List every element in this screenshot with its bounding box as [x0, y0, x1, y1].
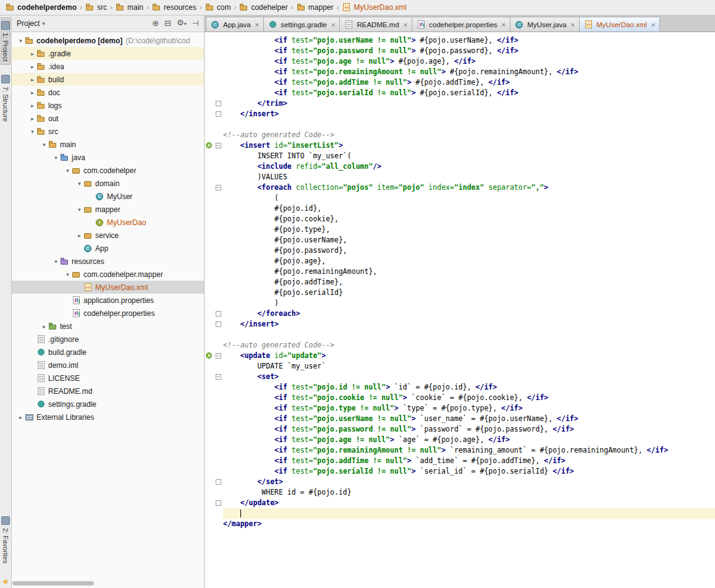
toolwindow-button-7-structure[interactable]: 7: Structure	[1, 71, 11, 126]
tree-collapsed-arrow-icon[interactable]: ▸	[28, 103, 36, 109]
tree-collapsed-arrow-icon[interactable]: ▸	[17, 414, 25, 420]
breadcrumb-mapper[interactable]: mapper	[295, 1, 336, 14]
fold-end-icon[interactable]	[216, 101, 221, 106]
tree-collapsed-arrow-icon[interactable]: ▸	[28, 90, 36, 96]
tree-item-resources[interactable]: ▾resources	[12, 255, 204, 268]
tab-app-java[interactable]: App.java×	[206, 17, 264, 32]
mybatis-statement-icon[interactable]	[206, 352, 212, 359]
tab-myuserdao-xml[interactable]: MyUserDao.xml×	[579, 17, 660, 32]
hscrollbar-thumb[interactable]	[12, 581, 94, 586]
tree-item-license[interactable]: LICENSE	[12, 372, 204, 385]
tree-collapsed-arrow-icon[interactable]: ▸	[75, 232, 83, 239]
project-tree-hscrollbar[interactable]	[12, 581, 204, 586]
tree-item-src[interactable]: ▾src	[12, 125, 204, 138]
tree-expanded-arrow-icon[interactable]: ▾	[64, 168, 72, 174]
tree-item-myuserdao[interactable]: MyUserDao	[12, 216, 204, 229]
tree-item-com-codehelper-mapper[interactable]: ▾com.codehelper.mapper	[12, 268, 204, 281]
collapse-all-icon[interactable]: ⊟	[164, 19, 171, 28]
code-token: id=	[270, 351, 287, 360]
tree-expanded-arrow-icon[interactable]: ▾	[28, 129, 36, 135]
tree-expanded-arrow-icon[interactable]: ▾	[40, 142, 48, 148]
tab-myuser-java[interactable]: MyUser.java×	[510, 17, 580, 32]
tree-collapsed-arrow-icon[interactable]: ▸	[28, 116, 36, 122]
fold-collapse-icon[interactable]: −	[216, 143, 221, 148]
tree-expanded-arrow-icon[interactable]: ▾	[52, 155, 60, 161]
tree-item-domain[interactable]: ▾domain	[12, 177, 204, 190]
tree-expanded-arrow-icon[interactable]: ▾	[75, 181, 83, 187]
tree-item-test[interactable]: ▸test	[12, 320, 204, 333]
tab-codehelper-properties[interactable]: codehelper.properties×	[412, 17, 510, 32]
tree-item-build-gradle[interactable]: build.gradle	[12, 346, 204, 359]
fold-end-icon[interactable]	[216, 322, 221, 327]
tree-item-myuserdao-xml[interactable]: MyUserDao.xml	[12, 281, 204, 294]
fold-end-icon[interactable]	[216, 479, 221, 485]
tree-item-idea[interactable]: ▸.idea	[12, 60, 204, 73]
code-token: test=	[287, 36, 313, 45]
breadcrumb-main[interactable]: main	[114, 1, 145, 14]
fold-end-icon[interactable]	[216, 111, 221, 117]
code-token: <update	[240, 351, 270, 360]
tree-item-settings-gradle[interactable]: settings.gradle	[12, 398, 204, 411]
tree-item-build[interactable]: ▸build	[12, 73, 204, 86]
tree-item-codehelperdemo-demo[interactable]: ▾codehelperdemo [demo](D:\code\github\co…	[12, 34, 204, 47]
tree-item-service[interactable]: ▸service	[12, 229, 204, 242]
breadcrumb-com[interactable]: com	[203, 1, 233, 14]
tree-expanded-arrow-icon[interactable]: ▾	[52, 258, 60, 265]
tab-close-icon[interactable]: ×	[502, 22, 506, 28]
tree-item-main[interactable]: ▾main	[12, 138, 204, 151]
tree-collapsed-arrow-icon[interactable]: ▸	[40, 323, 48, 330]
project-view-selector[interactable]: Project ▾	[17, 19, 45, 28]
tab-close-icon[interactable]: ×	[651, 22, 655, 28]
tab-close-icon[interactable]: ×	[404, 22, 407, 28]
tree-item-demo-iml[interactable]: demo.iml	[12, 359, 204, 372]
tree-item-app[interactable]: App	[12, 242, 204, 255]
tree-item-readme-md[interactable]: README.md	[12, 385, 204, 398]
tree-item-label: build	[48, 75, 64, 84]
fold-collapse-icon[interactable]: −	[216, 185, 221, 190]
fold-collapse-icon[interactable]: −	[216, 353, 221, 359]
breadcrumb-codehelper[interactable]: codehelper	[237, 1, 289, 14]
tab-settings-gradle[interactable]: settings.gradle×	[263, 17, 340, 32]
tree-item-doc[interactable]: ▸doc	[12, 86, 204, 99]
tree-expanded-arrow-icon[interactable]: ▾	[17, 38, 25, 44]
fold-end-icon[interactable]	[216, 311, 221, 317]
fold-end-icon[interactable]	[216, 500, 221, 506]
tab-close-icon[interactable]: ×	[255, 22, 259, 28]
toolwindow-button-2-favorites[interactable]: 2: Favorites	[1, 513, 11, 567]
tree-collapsed-arrow-icon[interactable]: ▸	[28, 51, 36, 57]
settings-gear-icon[interactable]: ⚙▾	[177, 19, 187, 28]
breadcrumb-codehelperdemo[interactable]: codehelperdemo	[4, 1, 78, 14]
tab-readme-md[interactable]: README.md×	[339, 17, 412, 32]
tree-item-com-codehelper[interactable]: ▾com.codehelper	[12, 164, 204, 177]
gutter-fold-cell: −	[214, 351, 223, 361]
tree-item-gradle[interactable]: ▸.gradle	[12, 47, 204, 60]
code-line: <if test="pojo.userName != null"> `user_…	[205, 414, 715, 424]
breadcrumb-src[interactable]: src	[83, 1, 109, 14]
fold-collapse-icon[interactable]: −	[216, 374, 221, 380]
scroll-from-source-icon[interactable]: ⊕	[152, 19, 159, 28]
tree-collapsed-arrow-icon[interactable]: ▸	[28, 64, 36, 70]
tree-item-mapper[interactable]: ▾mapper	[12, 203, 204, 216]
tree-expanded-arrow-icon[interactable]: ▾	[64, 271, 72, 278]
tree-item-label: test	[60, 322, 72, 331]
tab-close-icon[interactable]: ×	[571, 22, 575, 28]
tab-close-icon[interactable]: ×	[331, 22, 335, 28]
breadcrumb-resources[interactable]: resources	[150, 1, 198, 14]
tree-item-out[interactable]: ▸out	[12, 112, 204, 125]
toolwindow-button-1-project[interactable]: 1: Project	[1, 17, 11, 65]
editor-content[interactable]: <if test="pojo.userName != null"> #{pojo…	[205, 32, 715, 588]
tree-item-java[interactable]: ▾java	[12, 151, 204, 164]
mybatis-statement-icon[interactable]	[206, 142, 212, 148]
tree-item-logs[interactable]: ▸logs	[12, 99, 204, 112]
tree-collapsed-arrow-icon[interactable]: ▸	[28, 77, 36, 83]
favorites-star-icon[interactable]: ★	[2, 577, 9, 586]
tree-item-application-properties[interactable]: application.properties	[12, 294, 204, 307]
breadcrumb-myuserdao-xml[interactable]: MyUserDao.xml	[340, 1, 408, 14]
tree-item-gitignore[interactable]: .gitignore	[12, 333, 204, 346]
tree-expanded-arrow-icon[interactable]: ▾	[75, 207, 83, 213]
tree-item-label: README.md	[48, 387, 92, 396]
tree-item-external-libraries[interactable]: ▸External Libraries	[12, 411, 204, 424]
hide-panel-icon[interactable]: ⊣	[192, 19, 199, 28]
tree-item-codehelper-properties[interactable]: codehelper.properties	[12, 307, 204, 320]
tree-item-myuser[interactable]: MyUser	[12, 190, 204, 203]
